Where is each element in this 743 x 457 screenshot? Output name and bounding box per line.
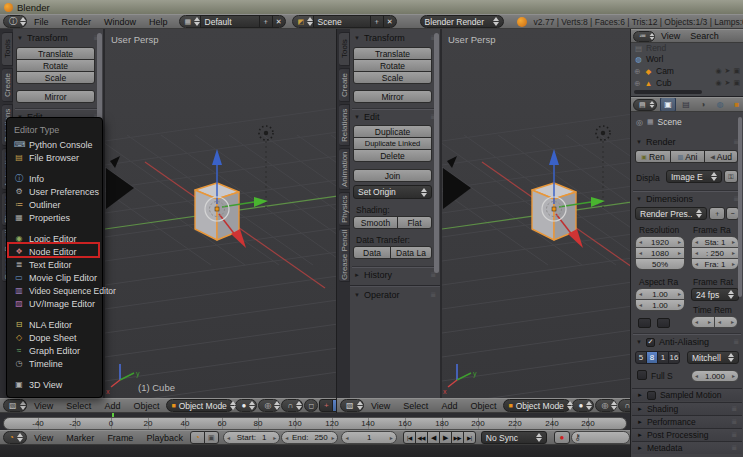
menu-object[interactable]: Object: [464, 401, 502, 411]
viewport-2[interactable]: y x User Persp: [441, 29, 631, 398]
scene-delete-button[interactable]: ✕: [383, 15, 397, 28]
menu-item-user-preferences[interactable]: ⚙ User Preferences: [7, 185, 102, 198]
editor-type-selector[interactable]: ▧: [340, 399, 364, 412]
aa-samples-16-button[interactable]: 16: [668, 351, 680, 364]
resolution-percentage-field[interactable]: 50%: [635, 258, 685, 270]
outliner-row-renderlayers[interactable]: ▤ Rend: [631, 43, 743, 53]
mirror-button[interactable]: Mirror: [353, 90, 432, 103]
join-button[interactable]: Join: [353, 169, 432, 182]
menu-item-dope-sheet[interactable]: ◇ Dope Sheet: [7, 331, 102, 344]
menu-select[interactable]: Select: [397, 401, 434, 411]
panel-shading[interactable]: ► Shading ≣: [632, 402, 742, 415]
menu-select[interactable]: Select: [60, 401, 97, 411]
data-layout-button[interactable]: Data La: [390, 246, 432, 259]
panel-antialiasing-header[interactable]: ▼ ✓ Anti-Aliasing ≣: [636, 337, 739, 347]
menu-item-video-sequence-editor[interactable]: ▥ Video Sequence Editor: [7, 284, 102, 297]
menu-item-nla-editor[interactable]: ⊟ NLA Editor: [7, 318, 102, 331]
viewport-1[interactable]: y x User Persp (1) Cube: [104, 29, 337, 398]
lock-frame-button[interactable]: ▣: [204, 431, 219, 444]
scale-button[interactable]: Scale: [353, 71, 432, 84]
shade-flat-button[interactable]: Flat: [397, 216, 432, 229]
outliner-row-world[interactable]: ◍ Worl: [631, 53, 743, 65]
render-toggle-icon[interactable]: ▣: [733, 67, 740, 75]
set-origin-dropdown[interactable]: Set Origin: [353, 185, 432, 199]
manipulator-axis-button[interactable]: +: [319, 399, 333, 412]
menu-view[interactable]: View: [28, 401, 59, 411]
scene-add-button[interactable]: ＋: [370, 15, 384, 28]
editor-type-selector[interactable]: ▤: [633, 99, 657, 111]
keying-set-field[interactable]: ⚷: [571, 431, 630, 444]
aspect-y-field[interactable]: ◂1.00▸: [635, 299, 685, 311]
menu-add[interactable]: Add: [435, 401, 463, 411]
frame-step-field[interactable]: ◂Fra: 1▸: [691, 258, 739, 270]
menu-item-python-console[interactable]: ⌨ Python Console: [7, 138, 102, 151]
pin-icon[interactable]: ◎: [636, 118, 643, 127]
jump-next-keyframe-button[interactable]: ▶▶: [451, 431, 464, 444]
render-audio-button[interactable]: ◀ Aud: [704, 150, 738, 163]
render-animation-button[interactable]: ▥ Ani: [670, 150, 705, 163]
pivot-selector[interactable]: ◎: [595, 399, 617, 412]
editor-type-selector[interactable]: ◔: [3, 431, 27, 444]
filter-size-field[interactable]: ◂1.000▸: [691, 370, 739, 382]
menu-view[interactable]: View: [365, 401, 396, 411]
checkbox[interactable]: [657, 318, 670, 328]
layout-delete-button[interactable]: ✕: [272, 15, 286, 28]
panel-operator-header[interactable]: ▼ Operator ≣: [354, 290, 436, 300]
editor-type-selector[interactable]: ▧: [3, 399, 27, 412]
tab-tools[interactable]: Tools: [2, 32, 13, 66]
tab-scene[interactable]: ◑: [696, 98, 710, 111]
tab-relations[interactable]: Relations: [339, 104, 350, 146]
outliner-row-cube[interactable]: ⊕ ▲ Cub ◉ ➤ ▣: [631, 77, 743, 89]
menu-search[interactable]: Search: [686, 31, 723, 41]
tab-animation[interactable]: Animation: [339, 148, 350, 190]
aa-filter-dropdown[interactable]: Mitchell: [687, 351, 739, 364]
tab-render[interactable]: ▣: [660, 97, 676, 112]
menu-add[interactable]: Add: [98, 401, 126, 411]
menu-view[interactable]: View: [657, 31, 684, 41]
jump-to-end-button[interactable]: ▶|: [463, 431, 476, 444]
menu-item-info[interactable]: ⓘ Info: [7, 172, 102, 185]
expand-icon[interactable]: ⊕: [634, 79, 641, 88]
selectability-cursor-icon[interactable]: ➤: [725, 67, 731, 75]
sync-mode-dropdown[interactable]: No Sync: [481, 431, 547, 444]
mode-selector[interactable]: ■ Object Mode: [166, 399, 234, 412]
expand-icon[interactable]: ⊕: [634, 67, 641, 76]
tab-create[interactable]: Create: [2, 68, 13, 102]
editor-type-selector[interactable]: ⓘ: [3, 15, 27, 28]
panel-transform-header[interactable]: ▼ Transform ≣: [17, 33, 99, 43]
end-frame-field[interactable]: ◂ End:250 ▸: [281, 431, 338, 444]
fps-dropdown[interactable]: 24 fps: [691, 288, 739, 301]
properties-scrollbar[interactable]: [738, 117, 742, 297]
layout-name-field[interactable]: Default: [200, 15, 260, 28]
tab-render-layers[interactable]: ▤: [679, 98, 693, 111]
scale-button[interactable]: Scale: [16, 71, 95, 84]
menu-playback[interactable]: Playback: [140, 433, 189, 443]
current-frame-marker[interactable]: [112, 413, 114, 417]
menu-object[interactable]: Object: [127, 401, 165, 411]
data-button[interactable]: Data: [353, 246, 391, 259]
menu-item-outliner[interactable]: ≔ Outliner: [7, 198, 102, 211]
selectability-cursor-icon[interactable]: ➤: [725, 79, 731, 87]
mode-selector[interactable]: ■ Object Mode: [503, 399, 571, 412]
checkbox[interactable]: [638, 318, 651, 328]
menu-view[interactable]: View: [28, 433, 59, 443]
remap-new-field[interactable]: ◂▸: [714, 316, 738, 328]
tab-object[interactable]: ■: [730, 98, 743, 111]
menu-render[interactable]: Render: [56, 17, 98, 27]
render-still-button[interactable]: ▣ Ren: [635, 150, 671, 163]
viewport-shading-selector[interactable]: ●: [235, 399, 257, 412]
panel-metadata[interactable]: ► Metadata ≣: [632, 441, 742, 454]
panel-dimensions-header[interactable]: ▼ Dimensions ≣: [636, 194, 739, 204]
tab-grease-pencil[interactable]: Grease Pencil: [339, 228, 350, 282]
outliner-hscrollbar[interactable]: [634, 90, 702, 94]
antialiasing-checkbox[interactable]: ✓: [646, 338, 655, 347]
menu-marker[interactable]: Marker: [60, 433, 100, 443]
viewport-shading-selector[interactable]: ●: [572, 399, 594, 412]
display-mode-dropdown[interactable]: Image E: [666, 170, 722, 183]
panel-history-header[interactable]: ► History ≣: [354, 270, 436, 280]
menu-item-timeline[interactable]: ◷ Timeline: [7, 357, 102, 370]
delete-button[interactable]: Delete: [353, 149, 432, 162]
ruler-bar[interactable]: [3, 417, 627, 430]
panel-performance[interactable]: ► Performance ≣: [632, 415, 742, 428]
menu-item-text-editor[interactable]: ≣ Text Editor: [7, 258, 102, 271]
